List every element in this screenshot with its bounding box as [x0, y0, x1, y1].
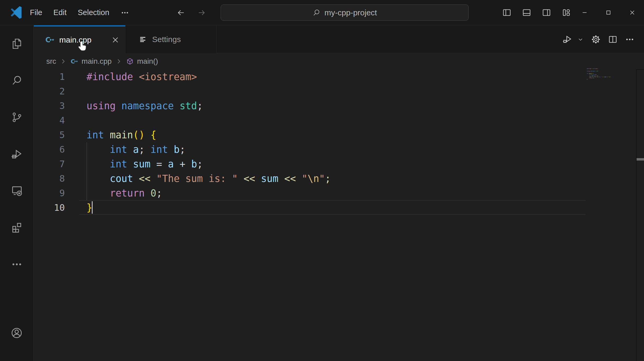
line-number: 10	[34, 200, 65, 215]
layout-sidebar-right-icon	[542, 8, 551, 17]
chevron-right-icon	[115, 57, 123, 65]
toggle-secondary-sidebar-button[interactable]	[537, 0, 556, 25]
chevron-down-icon	[577, 36, 584, 43]
line-number: 8	[34, 171, 65, 186]
menu-edit[interactable]: Edit	[48, 0, 72, 25]
editor-group: C main.cpp Settings srcCmain.cppmain() 1…	[34, 25, 644, 361]
minimap[interactable]: #include <iostream>using namespace std;i…	[587, 68, 634, 100]
title-bar: FileEditSelection my-cpp-project	[0, 0, 644, 25]
activity-bar	[0, 25, 34, 361]
split-editor-button[interactable]	[604, 25, 621, 53]
activity-explorer[interactable]	[0, 25, 33, 62]
menu-selection[interactable]: Selection	[72, 0, 115, 25]
layout-custom-icon	[561, 8, 571, 17]
source-control-icon	[11, 111, 23, 124]
close-icon	[629, 9, 636, 16]
cpp-file-icon: C	[45, 35, 55, 45]
code-line-6: 6 int a; int b;	[34, 142, 644, 157]
code-line-2: 2	[34, 84, 644, 99]
minimize-button[interactable]	[573, 0, 596, 25]
menu-file[interactable]: File	[24, 0, 48, 25]
run-or-debug-button[interactable]	[559, 25, 576, 53]
arrow-forward-icon	[197, 8, 206, 17]
breadcrumb-item[interactable]: main()	[137, 57, 158, 66]
activity-accounts[interactable]	[0, 325, 33, 341]
indent-guide	[87, 142, 87, 200]
line-number: 2	[34, 84, 65, 99]
code-line-3: 3using namespace std;	[34, 99, 644, 113]
activity-run-and-debug[interactable]	[0, 136, 33, 172]
maximize-icon	[605, 9, 612, 16]
split-editor-icon	[608, 34, 618, 44]
remote-icon	[11, 185, 23, 197]
line-number: 6	[34, 142, 65, 157]
line-number: 7	[34, 157, 65, 171]
text-cursor	[92, 201, 93, 214]
search-icon	[312, 8, 321, 17]
breadcrumb-item[interactable]: src	[46, 57, 56, 66]
window-controls	[573, 0, 644, 25]
symbol-cube-icon	[126, 57, 134, 65]
scrollbar-border-top	[636, 69, 644, 70]
go-back-button[interactable]	[175, 6, 187, 19]
run-options-button[interactable]	[576, 25, 587, 53]
run-debug-icon	[562, 34, 572, 44]
toggle-primary-sidebar-button[interactable]	[497, 0, 517, 25]
layout-controls	[497, 0, 576, 25]
activity-remote-explorer[interactable]	[0, 172, 33, 209]
debug-icon	[11, 148, 23, 160]
scrollbar-border	[636, 69, 637, 361]
close-button[interactable]	[620, 0, 644, 25]
tab-settings[interactable]: Settings	[126, 25, 217, 53]
menu-more[interactable]	[115, 0, 135, 25]
mouse-hand-cursor	[76, 40, 88, 52]
activity-additional-views[interactable]	[0, 246, 33, 283]
code-line-5: 5int main() {	[34, 128, 644, 142]
editor-actions	[559, 25, 638, 53]
more-h-icon	[625, 34, 635, 44]
settings-list-icon	[138, 35, 148, 44]
toggle-panel-button[interactable]	[517, 0, 537, 25]
menu-bar: FileEditSelection	[24, 0, 135, 25]
more-h-icon	[11, 258, 23, 271]
account-icon	[10, 327, 23, 339]
arrow-back-icon	[176, 8, 185, 17]
line-number: 9	[34, 186, 65, 200]
layout-sidebar-left-icon	[502, 8, 512, 17]
settings-gear-button[interactable]	[587, 25, 604, 53]
search-icon	[11, 74, 23, 87]
cpp-file-icon: C	[70, 57, 78, 65]
line-number: 5	[34, 128, 65, 142]
more-actions-button[interactable]	[621, 25, 638, 53]
tab-label: Settings	[152, 35, 181, 44]
more-h-icon	[120, 8, 129, 17]
breadcrumb: srcCmain.cppmain()	[34, 53, 644, 70]
command-center-search[interactable]: my-cpp-project	[221, 4, 469, 21]
code-line-7: 7 int sum = a + b;	[34, 157, 644, 171]
line-number: 3	[34, 99, 65, 113]
code-line-10: }	[587, 79, 618, 80]
activity-extensions[interactable]	[0, 209, 33, 246]
code-line-1: 1#include <iostream>	[34, 70, 644, 84]
layout-panel-icon	[522, 8, 532, 17]
chevron-right-icon	[59, 57, 67, 65]
files-icon	[11, 38, 23, 50]
vscode-window: FileEditSelection my-cpp-project C main.…	[0, 0, 644, 361]
gear-icon	[591, 34, 601, 44]
breadcrumb-item[interactable]: main.cpp	[81, 57, 112, 66]
svg-text:C: C	[46, 36, 51, 44]
activity-source-control[interactable]	[0, 99, 33, 136]
code-editor[interactable]: 1#include <iostream>23using namespace st…	[34, 70, 644, 361]
close-tab-icon[interactable]	[111, 35, 120, 44]
maximize-button[interactable]	[596, 0, 620, 25]
tab-bar: C main.cpp Settings	[34, 25, 644, 53]
line-number: 4	[34, 113, 65, 128]
line-number: 1	[34, 70, 65, 84]
go-forward-button[interactable]	[195, 6, 208, 19]
svg-text:C: C	[71, 58, 75, 65]
vscode-logo	[8, 5, 22, 20]
code-line-9: 9 return 0;	[34, 186, 644, 200]
code-line-8: 8 cout << "The sum is: " << sum << "\n";	[34, 171, 644, 186]
scrollbar-handle[interactable]	[637, 158, 644, 161]
activity-search[interactable]	[0, 62, 33, 99]
